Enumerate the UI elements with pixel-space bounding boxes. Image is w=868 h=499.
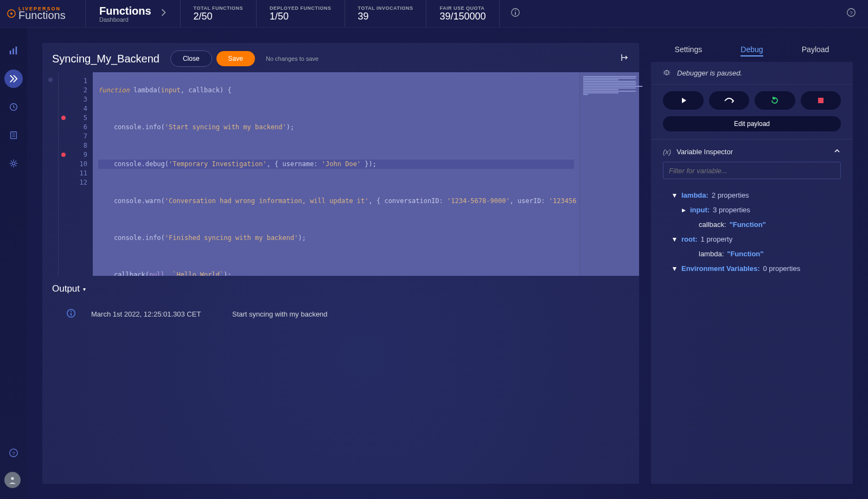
svg-point-1	[10, 12, 12, 15]
chevron-down-icon: ▾	[83, 286, 86, 292]
expand-icon[interactable]	[621, 53, 629, 64]
editor-panel: Syncing_My_Backend Close Save No changes…	[42, 43, 639, 484]
bug-icon	[663, 68, 671, 78]
topbar: LIVEPERSON Functions Functions Dashboard…	[0, 0, 868, 28]
chevron-up-icon[interactable]	[833, 147, 841, 156]
svg-rect-9	[16, 47, 17, 54]
breakpoint[interactable]	[61, 116, 66, 120]
code-editor[interactable]: 123456789101112 function lambda(input, c…	[42, 72, 639, 276]
stat-total-functions: TOTAL FUNCTIONS 2/50	[181, 0, 257, 27]
resume-button[interactable]	[663, 91, 704, 110]
stat-fair-use-quota: FAIR USE QUOTA 39/150000	[426, 0, 499, 27]
svg-point-15	[12, 162, 15, 165]
svg-rect-25	[818, 98, 824, 103]
nav-settings[interactable]	[4, 154, 23, 173]
nav-functions[interactable]	[4, 70, 23, 88]
code-body[interactable]: function lambda(input, callback) { conso…	[93, 72, 579, 276]
variable-inspector-title: Variable Inspector	[676, 148, 733, 156]
tab-debug[interactable]: Debug	[741, 45, 763, 56]
svg-rect-22	[71, 313, 72, 315]
nav-dashboard[interactable]	[4, 41, 23, 60]
close-button[interactable]: Close	[170, 50, 212, 67]
logo: LIVEPERSON Functions	[7, 6, 85, 22]
chevron-right-icon	[161, 9, 167, 18]
svg-point-3	[515, 10, 516, 11]
restart-button[interactable]	[755, 91, 795, 110]
nav-schedules[interactable]	[4, 98, 23, 116]
variable-tree[interactable]: ▶lambda:2 properties ▶input:3 properties…	[651, 186, 853, 276]
step-over-button[interactable]	[709, 91, 750, 110]
output-header[interactable]: Output ▾	[42, 276, 639, 299]
svg-text:?: ?	[850, 10, 853, 16]
edit-payload-button[interactable]: Edit payload	[663, 116, 841, 131]
save-status: No changes to save	[266, 55, 318, 62]
info-icon[interactable]	[510, 8, 520, 20]
tab-payload[interactable]: Payload	[802, 45, 829, 56]
svg-point-21	[71, 311, 72, 312]
save-button[interactable]: Save	[216, 51, 255, 66]
debugger-status: Debugger is paused.	[677, 69, 742, 77]
line-numbers: 123456789101112	[68, 72, 93, 276]
stat-deployed-functions: DEPLOYED FUNCTIONS 1/50	[257, 0, 345, 27]
info-icon	[66, 308, 76, 320]
nav-logs[interactable]	[4, 126, 23, 144]
stat-total-invocations: TOTAL INVOCATIONS 39	[345, 0, 427, 27]
svg-text:?: ?	[12, 450, 15, 456]
breadcrumb[interactable]: Functions Dashboard	[85, 0, 181, 27]
svg-point-19	[49, 79, 52, 81]
output-message: Start syncing with my backend	[232, 310, 615, 318]
stop-button[interactable]	[801, 91, 841, 110]
avatar[interactable]	[4, 472, 21, 488]
gear-icon[interactable]	[42, 77, 58, 85]
sidenav: ?	[0, 28, 27, 499]
tab-settings[interactable]: Settings	[675, 45, 703, 56]
function-name: Syncing_My_Backend	[52, 53, 159, 65]
svg-point-18	[11, 477, 14, 480]
output-timestamp: March 1st 2022, 12:25:01.303 CET	[91, 310, 232, 318]
variable-filter-input[interactable]	[663, 162, 841, 179]
help-icon[interactable]: ?	[846, 8, 856, 20]
nav-help[interactable]: ?	[4, 444, 23, 462]
variable-inspector-icon: (x)	[663, 148, 671, 156]
svg-rect-7	[10, 50, 11, 54]
svg-rect-8	[12, 48, 14, 54]
main: Syncing_My_Backend Close Save No changes…	[27, 28, 868, 499]
minimap[interactable]	[579, 72, 639, 276]
debug-panel: Settings Debug Payload Debugger is pause…	[651, 43, 853, 484]
svg-rect-4	[515, 12, 516, 15]
breakpoint[interactable]	[61, 153, 66, 157]
output-body: March 1st 2022, 12:25:01.303 CET Start s…	[42, 299, 639, 484]
